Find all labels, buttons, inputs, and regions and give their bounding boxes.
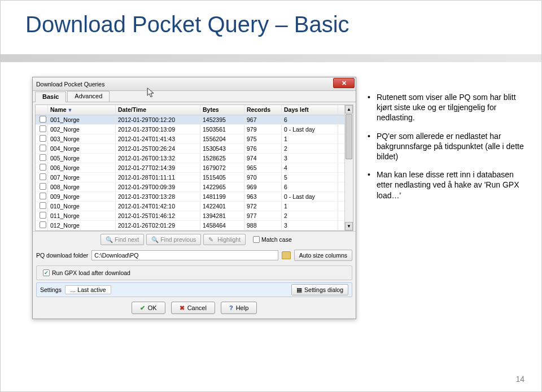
run-gpx-checkbox[interactable]: Run GPX load after download (41, 269, 348, 276)
row-checkbox[interactable] (40, 116, 46, 123)
table-row[interactable]: 003_Norge2012-01-24T01:41:4315562049751 (36, 134, 353, 144)
cancel-button[interactable]: ✖Cancel (171, 302, 215, 314)
cell-records: 976 (244, 144, 282, 153)
table-row[interactable]: 006_Norge2012-01-27T02:14:3916790729654 (36, 163, 353, 173)
row-checkbox[interactable] (40, 221, 46, 228)
gpx-groupbox: Run GPX load after download (36, 265, 352, 280)
check-icon: ✔ (140, 304, 145, 312)
scroll-down-button[interactable]: ▼ (345, 222, 353, 230)
cell-name: 002_Norge (48, 125, 116, 134)
cell-daysleft: 2 (282, 144, 338, 153)
cell-bytes: 1452395 (200, 115, 244, 124)
cell-bytes: 1422965 (200, 182, 244, 191)
cell-name: 004_Norge (48, 144, 116, 153)
cell-records: 974 (244, 154, 282, 163)
settings-dialog-button[interactable]: ▦ Settings dialog (291, 284, 348, 295)
cell-name: 006_Norge (48, 163, 116, 172)
cell-daysleft: 0 - Last day (282, 125, 338, 134)
cell-name: 001_Norge (48, 115, 116, 124)
scroll-thumb[interactable] (346, 114, 352, 159)
cell-records: 969 (244, 182, 282, 191)
row-checkbox[interactable] (40, 145, 46, 151)
table-row[interactable]: 011_Norge2012-01-25T01:46:1213942819772 (36, 211, 353, 221)
table-row[interactable]: 002_Norge2012-01-23T00:13:0915035619790 … (36, 125, 353, 134)
cell-datetime: 2012-01-26T02:01:29 (116, 221, 200, 230)
checkbox-icon (253, 236, 260, 243)
row-checkbox[interactable] (40, 183, 46, 190)
pq-folder-input[interactable] (91, 250, 278, 260)
pq-folder-label: PQ download folder (36, 252, 88, 259)
dialog-titlebar[interactable]: Download Pocket Queries ✕ (33, 77, 356, 91)
table-row[interactable]: 012_Norge2012-01-26T02:01:2914584649883 (36, 221, 353, 230)
close-icon: ✖ (180, 304, 185, 312)
row-checkbox[interactable] (40, 193, 46, 199)
row-checkbox[interactable] (40, 202, 46, 209)
tab-advanced[interactable]: Advanced (67, 91, 110, 102)
help-button[interactable]: ?Help (221, 302, 257, 314)
cell-datetime: 2012-01-23T00:13:28 (116, 192, 200, 201)
table-row[interactable]: 009_Norge2012-01-23T00:13:2814811999630 … (36, 192, 353, 202)
table-row[interactable]: 005_Norge2012-01-26T00:13:3215286259743 (36, 154, 353, 163)
table-row[interactable]: 004_Norge2012-01-25T00:26:2415305439762 (36, 144, 353, 154)
cell-records: 979 (244, 125, 282, 134)
cell-datetime: 2012-01-29T00:12:20 (116, 115, 200, 124)
grid-icon: ▦ (296, 286, 302, 293)
find-next-button[interactable]: 🔍Find next (100, 234, 144, 245)
cell-datetime: 2012-01-25T01:46:12 (116, 211, 200, 220)
row-checkbox[interactable] (40, 173, 46, 180)
col-check[interactable] (36, 105, 48, 115)
bullet-item: Rutenett som viser alle PQ som har blitt… (368, 92, 526, 123)
col-datetime[interactable]: Date/Time (116, 105, 200, 115)
cell-datetime: 2012-01-27T02:14:39 (116, 163, 200, 172)
table-row[interactable]: 001_Norge2012-01-29T00:12:2014523959676 (36, 115, 353, 125)
sort-asc-icon: ▼ (68, 107, 73, 113)
settings-lastactive[interactable]: … Last active (65, 285, 111, 294)
cell-daysleft: 2 (282, 211, 338, 220)
cell-bytes: 1458464 (200, 221, 244, 230)
cell-bytes: 1530543 (200, 144, 244, 153)
pq-table: Name▼ Date/Time Bytes Records Days left … (35, 104, 353, 231)
dialog-button-row: ✔OK ✖Cancel ?Help (33, 297, 356, 319)
cell-name: 009_Norge (48, 192, 116, 201)
cell-name: 003_Norge (48, 134, 116, 143)
search-icon: 🔍 (151, 236, 158, 243)
cell-records: 975 (244, 134, 282, 143)
folder-icon[interactable] (282, 251, 291, 259)
row-checkbox[interactable] (40, 154, 46, 161)
tab-basic[interactable]: Basic (35, 92, 66, 102)
cell-records: 967 (244, 115, 282, 124)
col-records[interactable]: Records (244, 105, 282, 115)
find-previous-button[interactable]: 🔍Find previous (146, 234, 201, 245)
match-case-checkbox[interactable]: Match case (251, 236, 292, 243)
cell-daysleft: 4 (282, 163, 338, 172)
scroll-up-button[interactable]: ▲ (345, 105, 353, 114)
close-button[interactable]: ✕ (333, 78, 355, 88)
table-header: Name▼ Date/Time Bytes Records Days left (36, 105, 353, 115)
page-number: 14 (515, 374, 524, 384)
cell-bytes: 1556204 (200, 134, 244, 143)
bullet-item: Man kan lese disse rett inn i databasen … (368, 169, 526, 201)
dialog-title: Download Pocket Queries (36, 81, 104, 88)
row-checkbox[interactable] (40, 164, 46, 171)
table-row[interactable]: 008_Norge2012-01-29T00:09:3914229659696 (36, 182, 353, 192)
scrollbar-vertical[interactable]: ▲ ▼ (344, 105, 353, 230)
table-row[interactable]: 007_Norge2012-01-28T01:11:1115154059705 (36, 173, 353, 182)
row-checkbox[interactable] (40, 212, 46, 219)
cell-daysleft: 5 (282, 173, 338, 182)
cell-daysleft: 3 (282, 221, 338, 230)
ok-button[interactable]: ✔OK (132, 302, 165, 314)
col-daysleft[interactable]: Days left (282, 105, 338, 115)
table-row[interactable]: 010_Norge2012-01-24T01:42:1014224019721 (36, 202, 353, 211)
col-name[interactable]: Name▼ (48, 105, 116, 115)
row-checkbox[interactable] (40, 135, 46, 142)
autosize-button[interactable]: Auto size columns (294, 250, 352, 261)
cell-datetime: 2012-01-25T00:26:24 (116, 144, 200, 153)
col-bytes[interactable]: Bytes (200, 105, 244, 115)
checkbox-icon (43, 269, 50, 276)
cell-name: 005_Norge (48, 154, 116, 163)
cell-daysleft: 6 (282, 115, 338, 124)
row-checkbox[interactable] (40, 125, 46, 132)
bullet-item: PQ'er som allerede er nedlastet har bakg… (368, 131, 526, 162)
cell-name: 007_Norge (48, 173, 116, 182)
highlight-button[interactable]: ✎Highlight (203, 234, 246, 245)
